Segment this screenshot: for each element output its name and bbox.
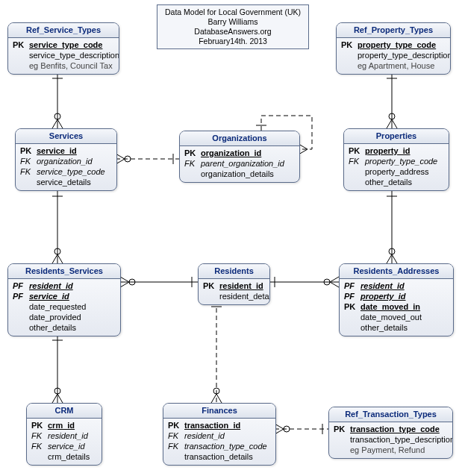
entity-ref-transaction-types: Ref_Transaction_Types PKtransaction_type…: [328, 407, 453, 459]
entity-residents: Residents PKresident_id resident_details: [198, 263, 270, 305]
svg-point-38: [213, 388, 219, 394]
info-line: Barry Williams: [162, 17, 304, 27]
entity-title: Residents_Addresses: [340, 264, 453, 279]
entity-body: PKproperty_id FKproperty_type_code prope…: [344, 144, 449, 190]
entity-title: Organizations: [180, 131, 299, 146]
svg-point-40: [284, 426, 290, 432]
svg-point-30: [324, 279, 330, 285]
entity-title: CRM: [27, 404, 102, 419]
entity-body: PKresident_id resident_details: [199, 279, 269, 304]
entity-ref-service-types: Ref_Service_Types PKservice_type_code se…: [7, 22, 119, 75]
entity-body: PKorganization_id FKparent_organization_…: [180, 146, 299, 182]
info-line: Data Model for Local Government (UK): [162, 7, 304, 17]
entity-body: PKtransaction_id FKresident_id FKtransac…: [163, 419, 275, 465]
entity-title: Services: [16, 129, 116, 144]
info-line: DatabaseAnswers.org: [162, 27, 304, 37]
svg-point-15: [389, 248, 395, 254]
entity-residents-services: Residents_Services PFresident_id PFservi…: [7, 263, 121, 336]
entity-body: PFresident_id PFservice_id date_requeste…: [8, 279, 120, 336]
svg-point-7: [389, 113, 395, 119]
info-line: February14th. 2013: [162, 37, 304, 46]
diagram-info-box: Data Model for Local Government (UK) Bar…: [157, 4, 309, 49]
entity-body: PKtransaction_type_code transaction_type…: [329, 422, 452, 458]
entity-organizations: Organizations PKorganization_id FKparent…: [179, 131, 300, 183]
entity-body: PKservice_type_code service_type_descrip…: [8, 38, 119, 74]
entity-title: Ref_Transaction_Types: [329, 407, 452, 422]
entity-title: Ref_Property_Types: [337, 23, 450, 38]
entity-title: Finances: [163, 404, 275, 419]
entity-body: PFresident_id PFproperty_id PKdate_moved…: [340, 279, 453, 336]
entity-title: Residents: [199, 264, 269, 279]
entity-body: PKcrm_id FKresident_id FKservice_id crm_…: [27, 419, 102, 465]
entity-title: Properties: [344, 129, 449, 144]
entity-body: PKproperty_type_code property_type_descr…: [337, 38, 450, 74]
svg-point-26: [129, 279, 135, 285]
entity-ref-property-types: Ref_Property_Types PKproperty_type_code …: [336, 22, 451, 75]
entity-crm: CRM PKcrm_id FKresident_id FKservice_id …: [26, 403, 102, 466]
svg-point-11: [54, 248, 60, 254]
entity-title: Residents_Services: [8, 264, 120, 279]
entity-finances: Finances PKtransaction_id FKresident_id …: [163, 403, 276, 466]
entity-services: Services PKservice_id FKorganization_id …: [15, 128, 117, 191]
svg-point-34: [54, 388, 60, 394]
svg-point-3: [54, 113, 60, 119]
svg-point-17: [125, 156, 131, 162]
entity-properties: Properties PKproperty_id FKproperty_type…: [343, 128, 449, 191]
entity-residents-addresses: Residents_Addresses PFresident_id PFprop…: [339, 263, 454, 336]
entity-title: Ref_Service_Types: [8, 23, 119, 38]
entity-body: PKservice_id FKorganization_id FKservice…: [16, 144, 116, 190]
